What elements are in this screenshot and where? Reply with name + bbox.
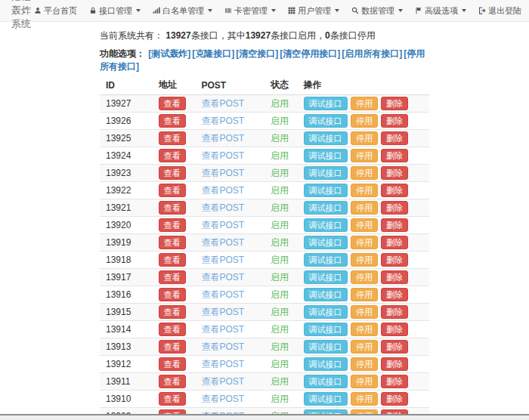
view-post-link[interactable]: 查看POST: [201, 237, 244, 248]
view-address-button[interactable]: 查看: [159, 97, 186, 110]
delete-interface-button[interactable]: 删除: [381, 236, 408, 249]
debug-interface-button[interactable]: 调试接口: [304, 218, 348, 232]
view-post-link[interactable]: 查看POST: [201, 376, 244, 387]
view-post-link[interactable]: 查看POST: [201, 324, 244, 335]
delete-interface-button[interactable]: 删除: [381, 149, 408, 162]
debug-interface-button[interactable]: 调试接口: [304, 201, 348, 215]
view-post-link[interactable]: 查看POST: [201, 220, 244, 230]
disable-interface-button[interactable]: 停用: [351, 218, 378, 232]
nav-item-home[interactable]: 平台首页: [34, 5, 77, 17]
option-link-enable-all-interfaces[interactable]: [启用所有接口]: [342, 48, 402, 59]
delete-interface-button[interactable]: 删除: [381, 166, 408, 180]
option-link-test-bomb[interactable]: [测试轰炸]: [148, 48, 190, 59]
disable-interface-button[interactable]: 停用: [351, 357, 378, 371]
delete-interface-button[interactable]: 删除: [381, 340, 408, 354]
brand[interactable]: 短信轰炸系统: [11, 0, 34, 31]
view-address-button[interactable]: 查看: [159, 392, 186, 406]
view-post-link[interactable]: 查看POST: [201, 272, 244, 283]
delete-interface-button[interactable]: 删除: [381, 288, 408, 301]
view-post-link[interactable]: 查看POST: [201, 255, 244, 265]
debug-interface-button[interactable]: 调试接口: [304, 375, 348, 388]
debug-interface-button[interactable]: 调试接口: [304, 357, 348, 371]
disable-interface-button[interactable]: 停用: [351, 184, 378, 197]
view-post-link[interactable]: 查看POST: [201, 133, 244, 144]
disable-interface-button[interactable]: 停用: [351, 97, 378, 110]
disable-interface-button[interactable]: 停用: [351, 305, 378, 319]
disable-interface-button[interactable]: 停用: [351, 149, 378, 162]
view-post-link[interactable]: 查看POST: [201, 359, 244, 369]
disable-interface-button[interactable]: 停用: [351, 340, 378, 354]
disable-interface-button[interactable]: 停用: [351, 253, 378, 267]
nav-item-interface-mgmt[interactable]: 接口管理: [89, 5, 141, 17]
debug-interface-button[interactable]: 调试接口: [304, 114, 348, 128]
delete-interface-button[interactable]: 删除: [381, 357, 408, 371]
nav-item-data-mgmt[interactable]: 数据管理: [351, 5, 403, 17]
delete-interface-button[interactable]: 删除: [381, 131, 408, 145]
view-post-link[interactable]: 查看POST: [201, 150, 244, 161]
option-link-clear-disabled-interfaces[interactable]: [清空停用接口]: [280, 48, 340, 59]
debug-interface-button[interactable]: 调试接口: [304, 131, 348, 145]
view-address-button[interactable]: 查看: [159, 253, 186, 267]
view-address-button[interactable]: 查看: [159, 149, 186, 162]
delete-interface-button[interactable]: 删除: [381, 201, 408, 215]
view-post-link[interactable]: 查看POST: [201, 341, 244, 352]
view-post-link[interactable]: 查看POST: [201, 394, 244, 404]
delete-interface-button[interactable]: 删除: [381, 253, 408, 267]
view-address-button[interactable]: 查看: [159, 166, 186, 180]
delete-interface-button[interactable]: 删除: [381, 270, 408, 284]
view-post-link[interactable]: 查看POST: [201, 116, 244, 126]
debug-interface-button[interactable]: 调试接口: [304, 340, 348, 354]
delete-interface-button[interactable]: 删除: [381, 114, 408, 128]
debug-interface-button[interactable]: 调试接口: [304, 149, 348, 162]
view-post-link[interactable]: 查看POST: [201, 98, 244, 109]
disable-interface-button[interactable]: 停用: [351, 236, 378, 249]
nav-item-user-mgmt[interactable]: 用户管理: [288, 5, 339, 17]
view-post-link[interactable]: 查看POST: [201, 168, 244, 178]
delete-interface-button[interactable]: 删除: [381, 323, 408, 336]
debug-interface-button[interactable]: 调试接口: [304, 288, 348, 301]
option-link-clone-interface[interactable]: [克隆接口]: [192, 48, 234, 59]
view-address-button[interactable]: 查看: [159, 305, 186, 319]
disable-interface-button[interactable]: 停用: [351, 375, 378, 388]
disable-interface-button[interactable]: 停用: [351, 288, 378, 301]
debug-interface-button[interactable]: 调试接口: [304, 392, 348, 406]
view-address-button[interactable]: 查看: [159, 375, 186, 388]
delete-interface-button[interactable]: 删除: [381, 375, 408, 388]
disable-interface-button[interactable]: 停用: [351, 201, 378, 215]
delete-interface-button[interactable]: 删除: [381, 305, 408, 319]
debug-interface-button[interactable]: 调试接口: [304, 236, 348, 249]
delete-interface-button[interactable]: 删除: [381, 97, 408, 110]
nav-item-advanced-options[interactable]: 高级选项: [415, 5, 466, 17]
disable-interface-button[interactable]: 停用: [351, 392, 378, 406]
view-address-button[interactable]: 查看: [159, 131, 186, 145]
debug-interface-button[interactable]: 调试接口: [304, 270, 348, 284]
disable-interface-button[interactable]: 停用: [351, 270, 378, 284]
delete-interface-button[interactable]: 删除: [381, 184, 408, 197]
view-address-button[interactable]: 查看: [159, 114, 186, 128]
view-address-button[interactable]: 查看: [159, 270, 186, 284]
delete-interface-button[interactable]: 删除: [381, 218, 408, 232]
disable-interface-button[interactable]: 停用: [351, 323, 378, 336]
view-address-button[interactable]: 查看: [159, 184, 186, 197]
view-post-link[interactable]: 查看POST: [201, 185, 244, 196]
disable-interface-button[interactable]: 停用: [351, 114, 378, 128]
view-post-link[interactable]: 查看POST: [201, 289, 244, 300]
delete-interface-button[interactable]: 删除: [381, 392, 408, 406]
nav-item-card-mgmt[interactable]: 卡密管理: [224, 5, 276, 17]
debug-interface-button[interactable]: 调试接口: [304, 97, 348, 110]
view-address-button[interactable]: 查看: [159, 357, 186, 371]
disable-interface-button[interactable]: 停用: [351, 166, 378, 180]
view-address-button[interactable]: 查看: [159, 340, 186, 354]
debug-interface-button[interactable]: 调试接口: [304, 184, 348, 197]
debug-interface-button[interactable]: 调试接口: [304, 305, 348, 319]
view-post-link[interactable]: 查看POST: [201, 307, 244, 317]
debug-interface-button[interactable]: 调试接口: [304, 253, 348, 267]
nav-item-whitelist-mgmt[interactable]: 白名单管理: [153, 5, 212, 17]
view-address-button[interactable]: 查看: [159, 201, 186, 215]
view-post-link[interactable]: 查看POST: [201, 202, 244, 213]
disable-interface-button[interactable]: 停用: [351, 131, 378, 145]
nav-item-logout[interactable]: 退出登陆: [478, 5, 521, 17]
view-address-button[interactable]: 查看: [159, 323, 186, 336]
view-address-button[interactable]: 查看: [159, 236, 186, 249]
view-address-button[interactable]: 查看: [159, 218, 186, 232]
